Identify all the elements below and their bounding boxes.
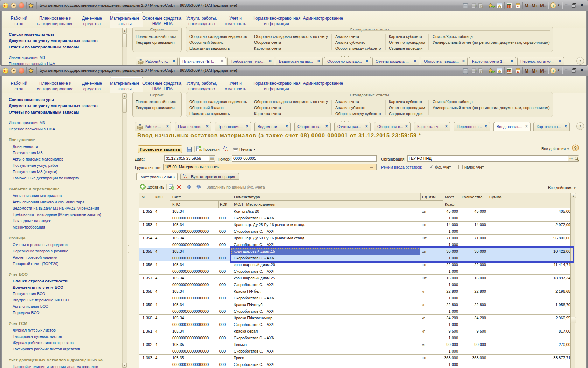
svg-text:31: 31 (517, 5, 520, 8)
svg-text:i: i (553, 69, 554, 73)
svg-text:31: 31 (517, 70, 520, 73)
svg-text:1C: 1C (4, 4, 8, 8)
svg-text:т: т (226, 146, 227, 149)
svg-text:т: т (185, 174, 186, 176)
svg-text:?: ? (574, 145, 577, 151)
svg-text:1C: 1C (4, 69, 8, 73)
svg-text:i: i (553, 4, 554, 8)
svg-text:К: К (225, 149, 226, 152)
svg-text:К: К (184, 176, 186, 179)
svg-text:т: т (227, 149, 229, 151)
svg-text:т: т (186, 177, 187, 179)
